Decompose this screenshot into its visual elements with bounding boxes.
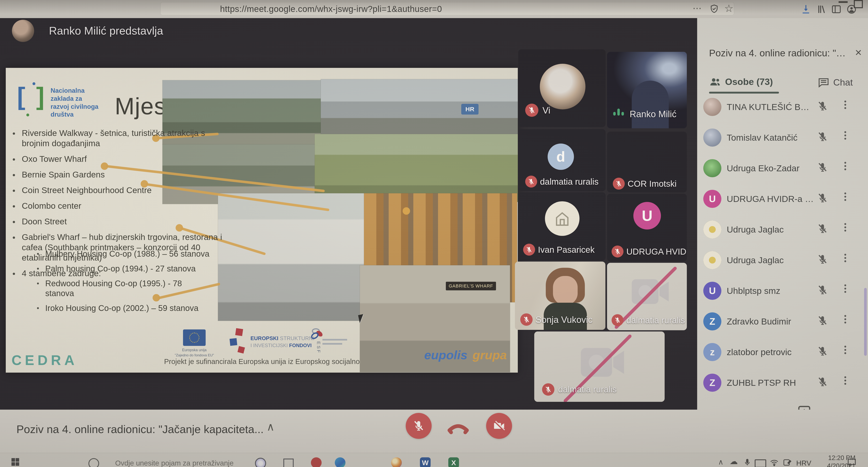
participant-row[interactable]: U Uhblptsp smz (701, 276, 863, 307)
tab-chat[interactable]: Chat (817, 76, 853, 88)
task-view-icon[interactable] (283, 459, 293, 467)
avatar (545, 201, 580, 236)
avatar-letter: Z (709, 377, 715, 388)
mic-toggle-button[interactable] (406, 413, 432, 439)
participant-row[interactable]: z zlatobor petrovic (701, 337, 863, 368)
participant-row[interactable]: Z ZUHBL PTSP RH (701, 368, 863, 399)
taskbar-search-text[interactable]: Ovdje unesite pojam za pretraživanje (115, 459, 272, 467)
mic-off-icon[interactable] (817, 284, 828, 296)
panel-scrollbar[interactable] (864, 288, 867, 356)
more-options-icon[interactable] (844, 314, 846, 325)
excel-icon[interactable]: X (448, 457, 459, 467)
mic-off-icon[interactable] (817, 100, 828, 112)
more-options-icon[interactable] (844, 344, 846, 355)
participant-row[interactable]: Tomislav Katančić (701, 123, 863, 153)
mic-off-icon[interactable] (817, 315, 828, 326)
esif-logo-cube (229, 338, 237, 346)
video-tile-self[interactable]: Vi (518, 49, 606, 127)
video-tile[interactable]: Ivan Pasaricek (518, 192, 606, 260)
camera-toggle-button[interactable] (486, 413, 512, 439)
avatar-letter: Z (709, 316, 715, 327)
red-app-icon[interactable] (311, 457, 321, 467)
participant-name: Udruga Jaglac (727, 224, 784, 235)
onedrive-cloud-icon[interactable]: ☁ (730, 457, 738, 466)
participant-row[interactable]: Z Zdravko Budimir (701, 307, 863, 337)
mic-off-icon[interactable] (817, 376, 828, 387)
close-panel-icon[interactable]: × (855, 45, 862, 59)
hr-badge: HR (461, 104, 478, 115)
language-indicator[interactable]: HRV (796, 459, 811, 467)
video-tile[interactable]: COR Imotski (607, 132, 687, 192)
search-icon[interactable] (88, 458, 99, 467)
video-tile-presenter[interactable]: Ranko Milić (607, 52, 687, 128)
edge-icon[interactable] (335, 457, 345, 467)
more-options-icon[interactable] (844, 222, 846, 233)
tile-name: COR Imotski (628, 179, 677, 189)
mouse-cursor (358, 313, 368, 323)
gabriels-wharf-sign: GABRIEL'S WHARF (446, 282, 496, 290)
mic-off-icon[interactable] (817, 223, 828, 235)
avatar-letter: U (642, 207, 652, 224)
hangup-button[interactable] (446, 417, 470, 436)
url-text[interactable]: https://meet.google.com/whx-jswg-irw?pli… (220, 4, 442, 14)
tab-people[interactable]: Osobe (73) (709, 76, 773, 88)
downloads-icon[interactable] (800, 4, 811, 15)
avatar-letter: z (710, 346, 715, 357)
more-options-icon[interactable] (844, 191, 846, 203)
minimize-button[interactable] (839, 1, 848, 3)
keyboard-icon[interactable] (755, 459, 766, 467)
more-options-icon[interactable] (844, 130, 846, 141)
more-options-icon[interactable] (844, 252, 846, 263)
participant-row[interactable]: Udruga Eko-Zadar (701, 153, 863, 184)
speaking-indicator-icon (612, 108, 625, 116)
maximize-button[interactable] (854, 0, 863, 8)
participant-name: zlatobor petrovic (727, 347, 792, 357)
tracking-shield-icon[interactable] (709, 4, 719, 14)
mic-off-icon[interactable] (817, 254, 828, 265)
participant-row[interactable]: Udruga Jaglac (701, 215, 863, 245)
mic-muted-icon (613, 178, 625, 190)
tile-name: Ranko Milić (630, 109, 676, 119)
library-icon[interactable] (815, 4, 827, 15)
mic-off-icon[interactable] (817, 131, 828, 143)
participant-row[interactable]: U UDRUGA HVIDR-a Ma... (701, 184, 863, 215)
video-tile[interactable]: dalmatia ruralis (607, 263, 687, 330)
participant-row[interactable]: Udruga Jaglac (701, 245, 863, 276)
mic-off-icon[interactable] (817, 192, 828, 204)
avatar: U (703, 282, 721, 300)
more-options-icon[interactable] (844, 160, 846, 172)
more-options-icon[interactable] (844, 99, 846, 111)
avatar: Z (703, 374, 721, 392)
video-tile[interactable]: U UDRUGA HVID... (607, 194, 687, 261)
bullet-item: Bernie Spain Gardens (10, 169, 224, 180)
tile-name: Sonja Vukovic (535, 315, 592, 325)
tray-mic-icon[interactable] (743, 458, 752, 467)
word-icon[interactable]: W (420, 457, 431, 467)
tablet-mode-icon[interactable] (783, 458, 792, 467)
avatar-letter: U (709, 285, 716, 296)
more-options-icon[interactable]: ⋯ (692, 3, 702, 13)
video-tile[interactable]: dalmatia ruralis (534, 332, 664, 402)
mic-muted-icon (525, 104, 538, 117)
notification-center-icon[interactable] (846, 457, 857, 467)
firefox-icon[interactable] (391, 457, 402, 467)
wifi-icon[interactable] (770, 458, 779, 467)
video-tile[interactable]: d dalmatia ruralis (518, 129, 606, 191)
start-button-icon[interactable] (10, 457, 20, 466)
mic-off-icon[interactable] (817, 345, 828, 357)
participant-row[interactable]: TINA KUTLEŠIĆ BARAN (701, 92, 863, 123)
bookmark-star-icon[interactable]: ☆ (724, 2, 734, 14)
cortana-icon[interactable] (255, 458, 266, 467)
esf-text-bar (322, 339, 347, 341)
video-tile[interactable]: Sonja Vukovic (515, 261, 606, 330)
more-options-icon[interactable] (844, 375, 846, 386)
chevron-up-icon[interactable]: ∧ (267, 420, 275, 433)
eu-flag-caption2: "Zajedno do fondova EU" (171, 353, 218, 357)
more-options-icon[interactable] (844, 283, 846, 294)
meeting-title[interactable]: Poziv na 4. online radionicu: "Jačanje k… (17, 423, 264, 436)
mic-off-icon[interactable] (817, 162, 828, 173)
participant-name: TINA KUTLEŠIĆ BARAN (727, 102, 815, 112)
tray-chevron-icon[interactable]: ∧ (718, 458, 723, 466)
avatar-letter: d (556, 149, 565, 165)
sidebar-toggle-icon[interactable] (831, 4, 842, 15)
